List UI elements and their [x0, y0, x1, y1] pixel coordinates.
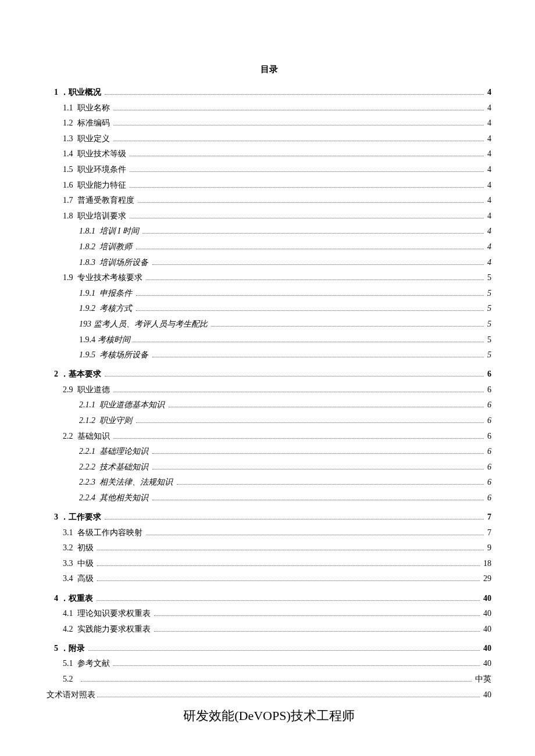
toc-label: ．职业概况	[58, 85, 103, 99]
toc-section: 2 ．基本要求 62.9 职业道德 62.1.1 职业道德基本知识 62.1.2…	[47, 367, 491, 504]
toc-entry: 3 ．工作要求 7	[47, 510, 491, 524]
toc-page: 7	[486, 510, 492, 524]
toc-label: 参考文献	[77, 657, 112, 670]
toc-number: 1.1	[63, 101, 77, 114]
toc-leader	[152, 453, 484, 454]
toc-entry: 193 监考人员、考评人员与考生配比 5	[47, 317, 491, 331]
toc-entry: 1.8.3 培训场所设备 4	[47, 256, 491, 269]
toc-page: 40	[482, 657, 492, 670]
toc-entry: 2.9 职业道德 6	[47, 383, 491, 396]
toc-leader	[113, 665, 480, 666]
toc-label: ．基本要求	[58, 367, 103, 381]
toc-label: 初级	[77, 541, 96, 554]
toc-label: 普通受教育程度	[77, 194, 137, 207]
toc-number: 5.2	[63, 672, 77, 686]
toc-number: 193	[79, 317, 94, 331]
toc-section: 5 ．附录 405.1 参考文献 405.2 中英文术语对照表 40	[47, 642, 491, 701]
toc-number: 1.9	[63, 271, 77, 284]
toc-entry: 1.9.1 申报条件 5	[47, 286, 491, 300]
toc-leader	[105, 94, 484, 95]
toc-page: 4	[486, 178, 492, 192]
toc-entry: 3.2 初级 9	[47, 541, 491, 554]
toc-page: 40	[482, 688, 492, 701]
toc-leader	[152, 357, 484, 357]
toc-leader	[211, 326, 484, 327]
toc-label: 培训 I 时间	[99, 224, 141, 238]
toc-number: 1.7	[63, 194, 77, 207]
toc-leader	[177, 484, 484, 485]
toc-label: 职业能力特征	[77, 178, 129, 192]
toc-number: 4.2	[63, 622, 77, 636]
toc-leader	[142, 233, 483, 234]
toc-leader	[138, 202, 484, 203]
toc-page: 6	[486, 429, 492, 443]
toc-label: 高级	[77, 572, 96, 585]
toc-entry: 4 ．权重表 40	[47, 592, 491, 605]
toc-page: 40	[482, 622, 492, 636]
toc-label: 考核时间	[95, 333, 130, 346]
toc-number: 3.3	[63, 557, 77, 570]
toc-number: 1.4	[63, 147, 77, 160]
toc-entry: 1.4 职业技术等级 4	[47, 147, 491, 160]
toc-entry: 文术语对照表 40	[47, 688, 491, 701]
toc-label: 文术语对照表	[47, 688, 95, 701]
toc-page: 6	[486, 445, 492, 458]
toc-number: 5.1	[63, 657, 77, 670]
toc-page: 5	[486, 333, 492, 346]
toc-entry: 1.9 专业技术考核要求 5	[47, 271, 491, 284]
toc-leader	[113, 125, 484, 126]
toc-number: 1.9.5	[79, 348, 99, 361]
toc-page: 4	[486, 116, 492, 130]
toc-page: 6	[486, 491, 492, 504]
toc-page: 5	[486, 271, 492, 284]
toc-page: 29	[482, 572, 492, 585]
toc-number: 2.2.2	[79, 460, 99, 474]
toc-number: 2.2.3	[79, 475, 99, 489]
toc-page: 6	[486, 414, 492, 427]
footer-title: 研发效能(DeVOPS)技术工程师	[47, 707, 491, 725]
toc-leader	[97, 581, 480, 581]
toc-page: 5	[486, 302, 492, 315]
toc-page: 4	[486, 256, 492, 269]
toc-label: 中级	[77, 557, 96, 570]
toc-page: 4	[486, 163, 492, 176]
toc-page: 40	[482, 607, 492, 620]
toc-page: 4	[486, 240, 492, 253]
toc-leader	[97, 565, 480, 566]
toc-number: 4	[47, 592, 58, 605]
toc-page: 4	[486, 194, 492, 207]
toc-number: 3.2	[63, 541, 77, 554]
toc-number: 1.8.2	[79, 240, 99, 253]
toc-label: 考核场所设备	[99, 348, 151, 361]
toc-leader	[146, 535, 484, 535]
toc-section: 3 ．工作要求 73.1 各级工作内容映射 73.2 初级 93.3 中级 18…	[47, 510, 491, 585]
toc-entry: 1.9.4 考核时间 5	[47, 333, 491, 346]
toc-label: 基础知识	[77, 429, 112, 443]
toc-entry: 5 ．附录 40	[47, 642, 491, 655]
toc-label: 申报条件	[99, 286, 134, 300]
toc-number: 1.8	[63, 209, 77, 223]
toc-entry: 1.8.2 培训教师 4	[47, 240, 491, 253]
toc-page: 40	[482, 592, 492, 605]
toc-number: 2.2.4	[79, 491, 99, 504]
toc-page: 4	[486, 224, 492, 238]
toc-leader	[105, 376, 484, 377]
toc-entry: 1.7 普通受教育程度 4	[47, 194, 491, 207]
toc-leader	[113, 392, 484, 392]
toc-number: 3.4	[63, 572, 77, 585]
toc-leader	[81, 681, 472, 682]
toc-number: 2.1.1	[79, 398, 99, 411]
toc-leader	[113, 438, 484, 439]
toc-entry: 2.2.4 其他相关知识 6	[47, 491, 491, 504]
toc-entry: 1.9.2 考核方式 5	[47, 302, 491, 315]
toc-page: 6	[486, 475, 492, 489]
toc-label: ．权重表	[58, 592, 95, 605]
toc-page: 4	[486, 209, 492, 223]
toc-label: 理论知识要求权重表	[77, 607, 153, 620]
toc-leader	[113, 141, 484, 141]
toc-label: 标准编码	[77, 116, 112, 130]
toc-container: 1 ．职业概况 41.1 职业名称 41.2 标准编码 41.3 职业定义 41…	[47, 85, 491, 701]
toc-page: 6	[486, 367, 492, 381]
toc-leader	[136, 295, 484, 296]
toc-number: 1.5	[63, 163, 77, 176]
